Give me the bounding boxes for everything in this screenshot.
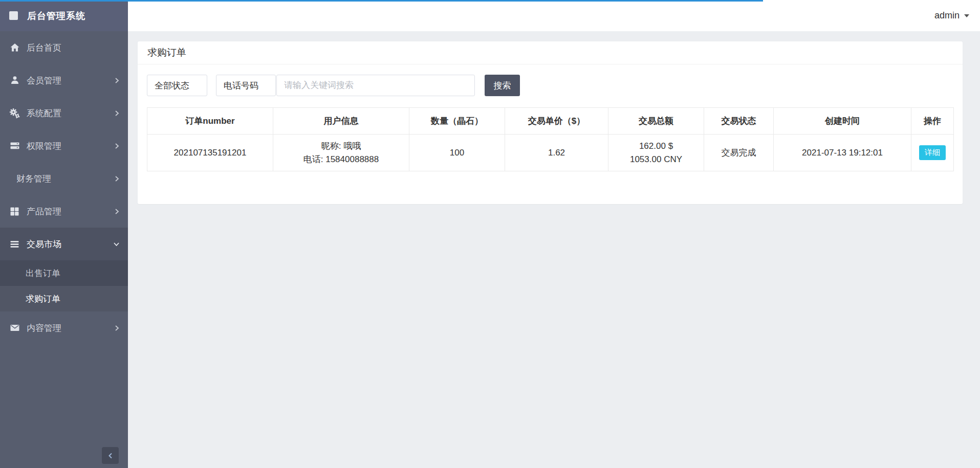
- admin-app: 后台管理系统 后台首页 会员管理: [0, 0, 980, 468]
- sidebar-item-label: 产品管理: [27, 206, 61, 217]
- sidebar-item-label: 会员管理: [27, 75, 61, 86]
- logo-square-icon: [9, 11, 18, 20]
- column-header-user-info: 用户信息: [273, 108, 409, 135]
- status-cell: 交易完成: [704, 135, 774, 171]
- keyword-search-input[interactable]: [276, 75, 475, 96]
- sidebar-subitem-buy-orders[interactable]: 求购订单: [0, 286, 128, 311]
- sidebar-item-system-config[interactable]: 系统配置: [0, 97, 128, 129]
- user-dropdown[interactable]: admin: [934, 10, 969, 21]
- phone-select[interactable]: 电话号码: [216, 75, 276, 96]
- chevron-right-icon: [114, 110, 120, 117]
- actions-cell: 详细: [911, 135, 954, 171]
- status-select[interactable]: 全部状态: [147, 75, 207, 96]
- search-button[interactable]: 搜索: [485, 75, 520, 96]
- sidebar-item-products[interactable]: 产品管理: [0, 195, 128, 228]
- column-header-total: 交易总额: [608, 108, 704, 135]
- grid-icon: [9, 206, 20, 217]
- loading-progress-bar: [0, 0, 763, 2]
- detail-button[interactable]: 详细: [919, 145, 946, 160]
- quantity-cell: 100: [409, 135, 505, 171]
- table-row: 202107135191201 昵称: 哦哦 电话: 15840088888 1…: [147, 135, 954, 171]
- envelope-icon: [9, 323, 20, 333]
- server-icon: [9, 141, 20, 151]
- total-cny: 1053.00 CNY: [608, 153, 704, 166]
- sidebar-item-label: 内容管理: [27, 322, 61, 334]
- filter-bar: 全部状态 电话号码 搜索: [147, 75, 953, 96]
- total-usd: 162.00 $: [608, 140, 704, 153]
- unit-price-cell: 1.62: [505, 135, 608, 171]
- sidebar-item-content[interactable]: 内容管理: [0, 311, 128, 344]
- table-header-row: 订单number 用户信息 数量（晶石） 交易单价（$） 交易总额 交易状态 创…: [147, 108, 954, 135]
- chevron-right-icon: [114, 77, 120, 84]
- app-logo: 后台管理系统: [0, 0, 128, 31]
- sidebar-item-label: 系统配置: [27, 107, 61, 119]
- sidebar-item-label: 财务管理: [16, 173, 51, 185]
- chevron-right-icon: [114, 175, 120, 182]
- column-header-created: 创建时间: [774, 108, 911, 135]
- gears-icon: [9, 108, 20, 119]
- card-body: 全部状态 电话号码 搜索 订单number 用户: [138, 64, 963, 171]
- content-area: 求购订单 全部状态 电话号码 搜索: [128, 31, 980, 468]
- chevron-right-icon: [114, 143, 120, 149]
- market-submenu: 出售订单 求购订单: [0, 260, 128, 311]
- sidebar-subitem-sell-orders[interactable]: 出售订单: [0, 260, 128, 286]
- chevron-down-icon: [113, 241, 120, 247]
- page-title: 求购订单: [138, 41, 963, 64]
- user-phone: 电话: 15840088888: [273, 153, 409, 166]
- sidebar-item-market[interactable]: 交易市场: [0, 228, 128, 260]
- orders-table: 订单number 用户信息 数量（晶石） 交易单价（$） 交易总额 交易状态 创…: [147, 107, 954, 171]
- caret-down-icon: [964, 14, 969, 17]
- sidebar-item-finance[interactable]: 财务管理: [0, 162, 128, 195]
- column-header-order-number: 订单number: [147, 108, 273, 135]
- sidebar-menu: 后台首页 会员管理: [0, 31, 128, 344]
- app-title: 后台管理系统: [27, 10, 85, 22]
- chevron-left-icon: [107, 452, 114, 459]
- user-nickname: 昵称: 哦哦: [273, 140, 409, 153]
- sidebar-item-label: 后台首页: [27, 42, 61, 54]
- sidebar-subitem-label: 求购订单: [26, 293, 60, 305]
- main-area: admin 求购订单 全部状态 电话号码 搜索: [128, 0, 980, 468]
- chevron-right-icon: [114, 208, 120, 215]
- sidebar-item-label: 权限管理: [27, 140, 61, 152]
- created-at-cell: 2021-07-13 19:12:01: [774, 135, 911, 171]
- sidebar: 后台管理系统 后台首页 会员管理: [0, 0, 128, 468]
- order-number-cell: 202107135191201: [147, 135, 273, 171]
- sidebar-item-permissions[interactable]: 权限管理: [0, 129, 128, 162]
- sidebar-item-members[interactable]: 会员管理: [0, 64, 128, 97]
- user-info-cell: 昵称: 哦哦 电话: 15840088888: [273, 135, 409, 171]
- username: admin: [934, 10, 960, 21]
- column-header-quantity: 数量（晶石）: [409, 108, 505, 135]
- sidebar-subitem-label: 出售订单: [26, 268, 60, 279]
- column-header-unit-price: 交易单价（$）: [505, 108, 608, 135]
- column-header-actions: 操作: [911, 108, 954, 135]
- user-icon: [9, 75, 20, 86]
- total-cell: 162.00 $ 1053.00 CNY: [608, 135, 704, 171]
- list-icon: [9, 239, 20, 250]
- sidebar-group-market: 交易市场 出售订单 求购订单: [0, 228, 128, 311]
- home-icon: [9, 42, 20, 53]
- sidebar-item-label: 交易市场: [27, 238, 61, 250]
- chevron-right-icon: [114, 325, 120, 331]
- column-header-status: 交易状态: [704, 108, 774, 135]
- sidebar-collapse-button[interactable]: [102, 447, 119, 464]
- topbar: admin: [128, 0, 980, 31]
- sidebar-item-home[interactable]: 后台首页: [0, 31, 128, 64]
- orders-card: 求购订单 全部状态 电话号码 搜索: [138, 41, 963, 204]
